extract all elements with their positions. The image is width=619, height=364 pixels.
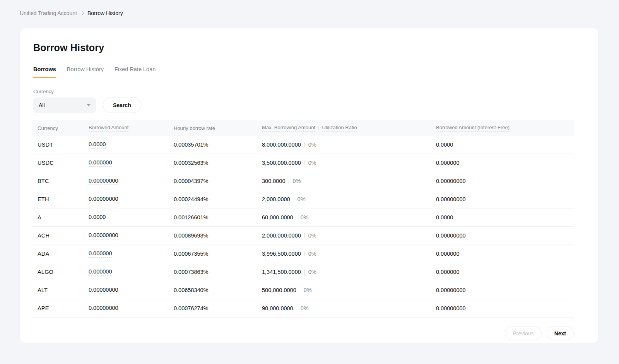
- hourly-rate-cell: 0.00658340%: [174, 287, 262, 293]
- col-header-currency: Currency: [38, 125, 89, 131]
- hourly-rate-cell: 0.00073863%: [174, 269, 262, 275]
- borrowed-amount-cell: 0.0000: [89, 141, 174, 149]
- max-borrowing-cell: 2,000,000.0000 0%: [262, 232, 436, 239]
- page-title: Borrow History: [33, 42, 574, 53]
- currency-cell: A: [38, 214, 89, 220]
- filter-row: All Search: [32, 97, 574, 113]
- search-button[interactable]: Search: [103, 97, 141, 113]
- hourly-rate-cell: 0.00067355%: [174, 251, 262, 257]
- pagination: Previous Next: [32, 326, 574, 340]
- interest-free-cell: 0.00000000: [436, 178, 574, 184]
- max-borrowing-tooltip-trigger[interactable]: Max. Borrowing Amount: [262, 125, 315, 132]
- hourly-rate-cell: 0.00024494%: [174, 196, 262, 202]
- interest-free-tooltip-trigger[interactable]: Borrowed Amount (Interest-Free): [436, 125, 510, 132]
- breadcrumb-current: Borrow History: [87, 10, 123, 16]
- utilization-divider: [294, 197, 294, 202]
- borrowed-amount-value[interactable]: 0.00000000: [89, 305, 118, 312]
- hourly-rate-cell: 0.00035701%: [174, 142, 262, 148]
- table-row: APE 0.00000000 0.00076274% 90,000.0000 0…: [32, 299, 574, 318]
- interest-free-cell: 0.00000000: [436, 196, 574, 202]
- next-page-button[interactable]: Next: [547, 326, 574, 340]
- tab-borrows[interactable]: Borrows: [33, 64, 56, 78]
- max-borrowing-value: 8,000,000.0000: [262, 142, 301, 148]
- borrowed-amount-cell: 0.00000000: [89, 287, 174, 294]
- utilization-divider: [304, 233, 305, 238]
- utilization-ratio-value: 0%: [308, 142, 316, 148]
- max-borrowing-cell: 90,000.0000 0%: [262, 305, 436, 311]
- table-header-row: Currency Borrowed Amount Hourly borrow r…: [32, 120, 574, 136]
- max-borrowing-value: 2,000,000.0000: [262, 232, 301, 239]
- utilization-divider: [304, 142, 305, 147]
- currency-cell: BTC: [38, 178, 89, 184]
- utilization-ratio-tooltip-trigger[interactable]: Utilization Ratio: [322, 125, 357, 132]
- interest-free-cell: 0.000000: [436, 251, 574, 257]
- previous-page-button[interactable]: Previous: [505, 326, 541, 340]
- interest-free-cell: 0.00000000: [436, 287, 574, 293]
- borrowed-amount-value[interactable]: 0.000000: [89, 159, 112, 167]
- breadcrumb-parent-link[interactable]: Unified Trading Account: [20, 10, 77, 16]
- currency-cell: USDC: [38, 160, 89, 166]
- currency-cell: ALT: [38, 287, 89, 293]
- borrowed-amount-value[interactable]: 0.000000: [89, 250, 112, 258]
- col-header-hourly-borrow-rate: Hourly borrow rate: [174, 125, 262, 131]
- col-header-interest-free: Borrowed Amount (Interest-Free): [436, 125, 574, 132]
- currency-filter-label: Currency: [33, 89, 574, 94]
- interest-free-cell: 0.000000: [436, 160, 574, 166]
- hourly-rate-cell: 0.00076274%: [174, 305, 262, 311]
- hourly-rate-cell: 0.00032563%: [174, 160, 262, 166]
- max-borrowing-value: 2,000.0000: [262, 196, 290, 202]
- utilization-ratio-value: 0%: [292, 178, 301, 184]
- utilization-divider: [289, 179, 289, 184]
- tab-bar: Borrows Borrow History Fixed Rate Loan: [33, 63, 574, 78]
- tab-fixed-rate-loan[interactable]: Fixed Rate Loan: [115, 64, 156, 78]
- table-body: USDT 0.0000 0.00035701% 8,000,000.0000 0…: [32, 136, 574, 318]
- breadcrumb: Unified Trading Account Borrow History: [0, 0, 619, 17]
- table-row: ALT 0.00000000 0.00658340% 500,000.0000 …: [32, 281, 574, 299]
- utilization-divider: [300, 288, 300, 293]
- interest-free-cell: 0.0000: [436, 214, 574, 220]
- hourly-rate-cell: 0.00004397%: [174, 178, 262, 184]
- borrowed-amount-cell: 0.00000000: [89, 178, 174, 185]
- currency-cell: USDT: [38, 142, 89, 148]
- max-borrowing-cell: 3,996,500.0000 0%: [262, 251, 436, 257]
- max-borrowing-value: 3,996,500.0000: [262, 251, 301, 257]
- tab-borrow-history[interactable]: Borrow History: [67, 64, 104, 78]
- header-divider: |: [318, 125, 319, 130]
- chevron-down-icon: [87, 104, 91, 106]
- hourly-rate-cell: 0.00126601%: [174, 214, 262, 220]
- borrowed-amount-value[interactable]: 0.00000000: [89, 232, 118, 239]
- utilization-divider: [304, 251, 305, 256]
- max-borrowing-value: 500,000.0000: [262, 287, 296, 293]
- interest-free-cell: 0.0000: [436, 142, 574, 148]
- utilization-ratio-value: 0%: [301, 305, 309, 311]
- table-row: USDC 0.000000 0.00032563% 3,500,000.0000…: [32, 154, 574, 172]
- max-borrowing-cell: 3,500,000.0000 0%: [262, 160, 436, 166]
- currency-select[interactable]: All: [33, 97, 96, 113]
- utilization-ratio-value: 0%: [308, 160, 316, 166]
- borrowed-amount-value[interactable]: 0.000000: [89, 268, 112, 276]
- utilization-ratio-value: 0%: [308, 269, 316, 275]
- currency-cell: ALGO: [38, 269, 89, 275]
- max-borrowing-cell: 1,341,500.0000 0%: [262, 269, 436, 275]
- borrowed-amount-cell: 0.00000000: [89, 196, 174, 203]
- table-row: ACH 0.00000000 0.00089693% 2,000,000.000…: [32, 227, 574, 245]
- max-borrowing-cell: 2,000.0000 0%: [262, 196, 436, 202]
- utilization-divider: [304, 270, 305, 275]
- borrowed-amount-tooltip-trigger[interactable]: Borrowed Amount: [89, 125, 128, 132]
- borrowed-amount-value[interactable]: 0.0000: [89, 141, 106, 149]
- currency-select-value: All: [39, 102, 45, 108]
- hourly-rate-cell: 0.00089693%: [174, 232, 262, 239]
- borrowed-amount-value[interactable]: 0.00000000: [89, 178, 118, 185]
- utilization-ratio-value: 0%: [301, 214, 309, 220]
- currency-cell: ACH: [38, 232, 89, 239]
- utilization-ratio-value: 0%: [298, 196, 306, 202]
- max-borrowing-cell: 300.0000 0%: [262, 178, 436, 184]
- interest-free-cell: 0.00000000: [436, 232, 574, 239]
- table-row: USDT 0.0000 0.00035701% 8,000,000.0000 0…: [32, 136, 574, 154]
- borrowed-amount-value[interactable]: 0.0000: [89, 214, 106, 221]
- borrowed-amount-cell: 0.00000000: [89, 305, 174, 312]
- borrowed-amount-value[interactable]: 0.00000000: [89, 287, 118, 294]
- utilization-ratio-value: 0%: [308, 251, 316, 257]
- borrowed-amount-value[interactable]: 0.00000000: [89, 196, 118, 203]
- col-header-borrowed-amount: Borrowed Amount: [89, 125, 174, 132]
